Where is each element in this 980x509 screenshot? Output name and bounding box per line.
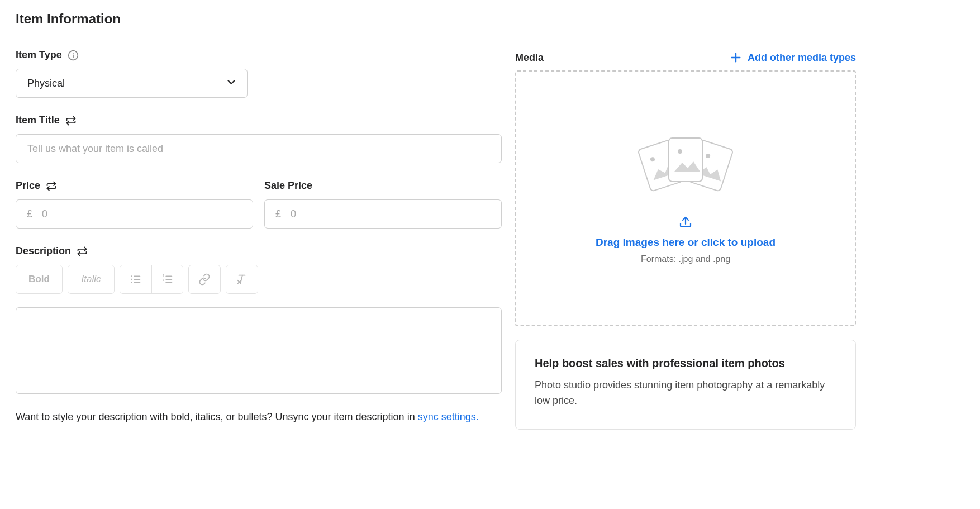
dropzone-formats: Formats: .jpg and .png — [641, 254, 730, 264]
page-root: Item Information Item Type Physical — [16, 11, 964, 435]
italic-button[interactable]: Italic — [68, 265, 114, 293]
promo-title: Help boost sales with professional item … — [535, 357, 836, 370]
clear-format-icon — [236, 273, 248, 286]
sync-icon[interactable] — [46, 180, 57, 192]
price-label-row: Price — [16, 180, 253, 192]
price-row: Price £ Sale Price £ — [16, 180, 502, 245]
item-type-value: Physical — [27, 78, 65, 89]
sale-price-label: Sale Price — [264, 180, 312, 192]
sale-price-input[interactable] — [264, 199, 502, 229]
field-sale-price: Sale Price £ — [264, 180, 502, 229]
item-type-select[interactable]: Physical — [16, 69, 248, 98]
toolbar-group-lists: 123 — [120, 265, 183, 294]
sync-icon[interactable] — [65, 115, 77, 126]
clear-format-button[interactable] — [226, 265, 258, 293]
svg-point-5 — [131, 279, 132, 280]
sync-settings-link[interactable]: sync settings. — [418, 411, 479, 422]
item-title-label-row: Item Title — [16, 115, 502, 126]
bold-button[interactable]: Bold — [16, 265, 62, 293]
right-column: Media Add other media types — [515, 11, 856, 435]
numbered-list-button[interactable]: 123 — [151, 265, 183, 293]
media-dropzone[interactable]: Drag images here or click to upload Form… — [515, 70, 856, 326]
link-button[interactable] — [189, 265, 220, 293]
item-type-select-wrap: Physical — [16, 69, 248, 98]
item-title-input[interactable] — [16, 134, 502, 163]
sale-price-label-row: Sale Price — [264, 180, 502, 192]
description-toolbar: Bold Italic 123 — [16, 265, 502, 294]
toolbar-group-link — [188, 265, 221, 294]
description-label-row: Description — [16, 245, 502, 257]
item-title-label: Item Title — [16, 115, 60, 126]
field-item-type: Item Type Physical — [16, 49, 502, 98]
svg-point-7 — [131, 282, 132, 283]
numbered-list-icon: 123 — [161, 273, 174, 286]
dropzone-text: Drag images here or click to upload — [596, 236, 776, 249]
link-icon — [198, 273, 211, 286]
add-media-label: Add other media types — [748, 52, 856, 64]
promo-body: Photo studio provides stunning item phot… — [535, 378, 836, 409]
price-label: Price — [16, 180, 40, 192]
toolbar-group-textstyle-italic: Italic — [68, 265, 115, 294]
photo-studio-promo: Help boost sales with professional item … — [515, 340, 856, 430]
plus-icon — [730, 51, 742, 64]
svg-text:3: 3 — [162, 280, 164, 284]
bullet-list-button[interactable] — [120, 265, 151, 293]
item-type-label: Item Type — [16, 49, 62, 61]
bullet-list-icon — [130, 273, 142, 286]
field-description: Description Bold Italic — [16, 245, 502, 396]
description-helper-text: Want to style your description with bold… — [16, 410, 502, 425]
svg-rect-21 — [669, 138, 702, 182]
sale-price-currency-symbol: £ — [275, 208, 281, 220]
toolbar-group-textstyle-bold: Bold — [16, 265, 63, 294]
description-label: Description — [16, 245, 71, 257]
item-type-label-row: Item Type — [16, 49, 502, 61]
svg-point-22 — [678, 149, 682, 154]
add-media-button[interactable]: Add other media types — [730, 51, 856, 64]
left-column: Item Information Item Type Physical — [16, 11, 502, 435]
svg-point-2 — [73, 53, 74, 54]
description-editor[interactable] — [16, 307, 502, 394]
svg-point-3 — [131, 275, 132, 277]
info-icon[interactable] — [68, 50, 79, 61]
sync-icon[interactable] — [77, 246, 88, 257]
media-header: Media Add other media types — [515, 51, 856, 64]
field-item-title: Item Title — [16, 115, 502, 163]
field-price: Price £ — [16, 180, 253, 229]
helper-prefix: Want to style your description with bold… — [16, 411, 418, 422]
section-title: Item Information — [16, 11, 502, 27]
price-currency-symbol: £ — [27, 208, 32, 220]
media-label: Media — [515, 52, 544, 64]
price-input[interactable] — [16, 199, 253, 229]
price-input-wrap: £ — [16, 199, 253, 229]
upload-icon — [679, 215, 692, 231]
image-placeholder-illustration — [627, 132, 744, 202]
sale-price-input-wrap: £ — [264, 199, 502, 229]
toolbar-group-clear — [226, 265, 258, 294]
